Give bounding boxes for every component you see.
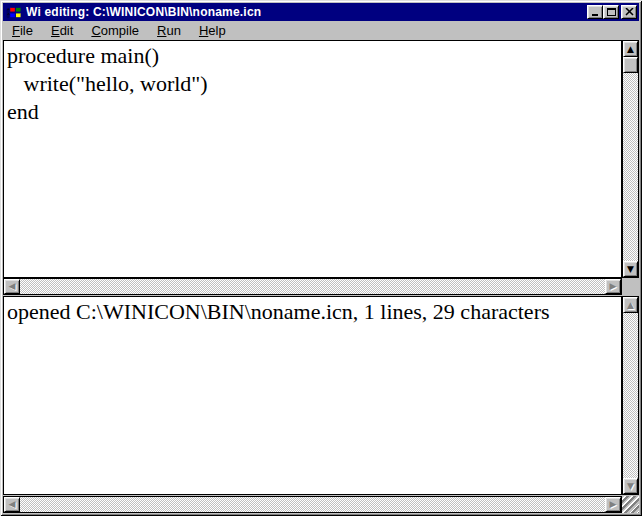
scroll-up-icon: ▲	[627, 45, 634, 54]
window-controls	[587, 5, 637, 19]
editor-line: write("hello, world")	[4, 69, 621, 97]
scrollbar-track[interactable]	[623, 73, 638, 261]
minimize-button[interactable]	[587, 5, 603, 19]
scroll-up-button[interactable]: ▲	[623, 297, 638, 313]
output-vertical-scrollbar: ▲ ▼	[622, 296, 639, 495]
scroll-down-button[interactable]: ▼	[623, 478, 638, 494]
scroll-right-button[interactable]: ▶	[605, 279, 621, 294]
editor-vertical-scrollbar: ▲ ▼	[622, 40, 639, 278]
scroll-up-icon: ▲	[627, 301, 634, 310]
menu-edit[interactable]: Edit	[42, 21, 82, 40]
output-message: opened C:\WINICON\BIN\noname.icn, 1 line…	[4, 297, 621, 325]
scrollbar-track[interactable]	[20, 497, 605, 512]
scroll-left-icon: ◀	[9, 282, 16, 291]
editor-line: end	[4, 97, 621, 125]
window-title: Wi editing: C:\WINICON\BIN\noname.icn	[26, 5, 587, 19]
close-icon	[625, 8, 634, 16]
menu-file[interactable]: File	[3, 21, 42, 40]
app-icon[interactable]	[6, 5, 22, 20]
maximize-icon	[607, 8, 616, 16]
scrollbar-track[interactable]	[20, 279, 605, 294]
scrollbar-thumb[interactable]	[623, 57, 638, 73]
menu-help[interactable]: Help	[190, 21, 235, 40]
menu-compile[interactable]: Compile	[82, 21, 148, 40]
menu-bar: File Edit Compile Run Help	[3, 21, 639, 40]
scroll-left-button[interactable]: ◀	[4, 279, 20, 294]
output-pane: opened C:\WINICON\BIN\noname.icn, 1 line…	[3, 296, 622, 495]
output-horizontal-scrollbar: ◀ ▶	[3, 496, 622, 513]
editor-horizontal-scrollbar: ◀ ▶	[3, 278, 622, 295]
scroll-down-icon: ▼	[627, 482, 634, 491]
resize-grip[interactable]	[622, 496, 639, 513]
scroll-down-button[interactable]: ▼	[623, 261, 638, 277]
scroll-right-icon: ▶	[610, 500, 617, 509]
scroll-right-button[interactable]: ▶	[605, 497, 621, 512]
application-window: Wi editing: C:\WINICON\BIN\noname.icn Fi…	[0, 0, 642, 516]
editor-line: procedure main()	[4, 41, 621, 69]
scrollbar-track[interactable]	[623, 313, 638, 478]
scroll-up-button[interactable]: ▲	[623, 41, 638, 57]
menu-run[interactable]: Run	[148, 21, 190, 40]
scroll-right-icon: ▶	[610, 282, 617, 291]
scroll-left-button[interactable]: ◀	[4, 497, 20, 512]
scroll-down-icon: ▼	[627, 265, 634, 274]
scrollbar-corner-filler	[622, 278, 639, 295]
minimize-icon	[592, 14, 598, 16]
close-button[interactable]	[621, 5, 637, 19]
title-bar[interactable]: Wi editing: C:\WINICON\BIN\noname.icn	[3, 3, 639, 21]
editor-pane[interactable]: procedure main() write("hello, world") e…	[3, 40, 622, 278]
maximize-button[interactable]	[603, 5, 619, 19]
scroll-left-icon: ◀	[9, 500, 16, 509]
